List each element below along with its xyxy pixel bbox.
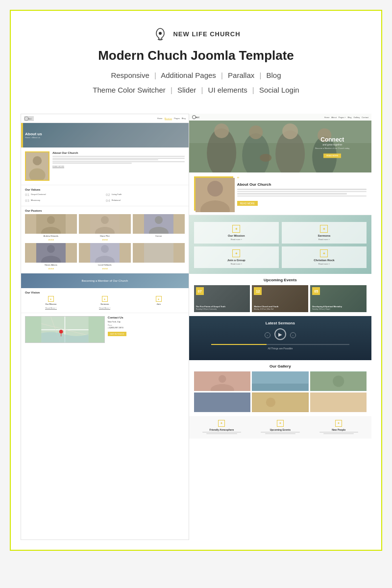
rc-service-read-2[interactable]: Read more » bbox=[285, 238, 364, 241]
rc-gallery-title: Our Gallery bbox=[194, 364, 367, 368]
rc-next-btn[interactable]: › bbox=[290, 332, 296, 338]
rc-event-date-badge-1: 07 bbox=[196, 287, 204, 295]
svg-rect-54 bbox=[310, 393, 367, 412]
lc-pastor-stars-1: ★★★ bbox=[48, 238, 54, 241]
rc-hero-title: Connect bbox=[315, 136, 349, 143]
rc-tl bbox=[237, 196, 367, 197]
rc-tl bbox=[237, 189, 367, 190]
rc-service-read-4[interactable]: Read more » bbox=[285, 263, 364, 265]
lc-contact-phone-val: +1(609) 907-5874 bbox=[108, 326, 185, 329]
rc-about-title: About Our Church bbox=[237, 182, 367, 187]
rc-btl-3 bbox=[261, 432, 299, 433]
rc-services-grid: ✦ Our Mission Read more » ✦ Sermons Read… bbox=[194, 222, 367, 268]
logo-text: NEW LIFE CHURCH bbox=[173, 30, 240, 39]
rc-nav-about[interactable]: About bbox=[331, 116, 336, 119]
lc-value-1: 01 Gospel-Centered bbox=[25, 193, 104, 197]
rc-service-icon-4: ✦ bbox=[320, 249, 328, 257]
lc-nav-home[interactable]: Home bbox=[157, 117, 163, 120]
rc-event-text-2: Modern Church and Youth Monday, 10:00 am… bbox=[254, 306, 306, 310]
lc-about-img bbox=[25, 151, 49, 181]
rc-nav-pages[interactable]: Pages » bbox=[339, 116, 346, 119]
main-container: NEW LIFE CHURCH Modern Chuch Joomla Temp… bbox=[10, 10, 382, 551]
lc-pastor-name-2: Diane Pilot bbox=[100, 235, 109, 237]
rc-event-text-1: The Five Points of Gospel Truth Thursday… bbox=[196, 306, 248, 310]
lc-cta-banner: Becoming a Member of Our Church bbox=[21, 273, 189, 288]
rc-hero-body: Become a Member of our Church today bbox=[315, 147, 349, 150]
svg-point-33 bbox=[249, 125, 263, 139]
lc-value-3: 03 Missionary bbox=[25, 199, 104, 203]
lc-nav-pages[interactable]: Pages bbox=[174, 117, 179, 120]
lc-value-num-4: 04 bbox=[106, 199, 110, 203]
lc-contact-section: Contact Us New York, City Phone: +1(609)… bbox=[21, 313, 189, 346]
lc-vision-mission: ✦ Our Mission Read More » bbox=[25, 296, 77, 310]
rc-navbar-links: Home About Pages » Blog Gallery Contact bbox=[324, 116, 368, 119]
lc-vision-icon-3: ✦ bbox=[156, 296, 162, 302]
lc-nav-about[interactable]: About us bbox=[165, 117, 172, 120]
rc-nav-home[interactable]: Home bbox=[324, 116, 330, 119]
rc-prev-btn[interactable]: ‹ bbox=[265, 332, 270, 338]
lc-vision-section: Our Vision ✦ Our Mission Read More » ✦ S… bbox=[21, 288, 189, 313]
lc-value-num-3: 03 bbox=[25, 199, 29, 203]
lc-pastor-6 bbox=[133, 243, 185, 270]
rc-nav-gallery[interactable]: Gallery bbox=[354, 116, 360, 119]
rc-gallery-img-4[interactable] bbox=[194, 392, 250, 412]
feature-blog: Blog bbox=[267, 71, 281, 79]
lc-pastor-img-3 bbox=[133, 214, 185, 234]
lc-pastor-img-5 bbox=[79, 243, 131, 263]
lc-contact-phone-field: Phone: +1(609) 907-5874 bbox=[108, 324, 185, 329]
svg-rect-52 bbox=[252, 393, 308, 412]
lc-pastor-name-5: Lionel Hollands bbox=[98, 264, 111, 266]
lc-value-text-3: Missionary bbox=[31, 199, 40, 201]
sep6: | bbox=[252, 86, 254, 94]
rc-sermon-progress[interactable] bbox=[211, 344, 349, 345]
lc-pastor-2: Diane Pilot ★★★ bbox=[79, 214, 131, 241]
svg-point-19 bbox=[101, 245, 109, 253]
sep1: | bbox=[154, 71, 156, 79]
rc-service-mission: ✦ Our Mission Read more » bbox=[194, 222, 279, 244]
rc-service-read-3[interactable]: Read more » bbox=[197, 263, 276, 265]
lc-vision-read-2[interactable]: Read More » bbox=[99, 307, 110, 310]
rc-bottom-icon-1: ✦ bbox=[218, 420, 225, 427]
lc-contact-address-val: New York, City bbox=[108, 320, 185, 323]
lc-about-content: About Our Church READ MORE bbox=[52, 151, 185, 181]
lc-navbar: NLC Home About us Pages Blog bbox=[21, 114, 189, 123]
lc-line bbox=[52, 159, 158, 160]
rc-event-3[interactable]: 05 Developing A Spiritual Mentality Satu… bbox=[310, 285, 367, 312]
rc-event-1[interactable]: 07 The Five Points of Gospel Truth Thurs… bbox=[194, 285, 250, 312]
rc-gallery-img-1[interactable] bbox=[194, 371, 250, 391]
lc-vision-read-1[interactable]: Read More » bbox=[45, 307, 56, 310]
rc-bottom-item-1: ✦ Friendly Atmosphere bbox=[194, 420, 249, 435]
rc-gallery-img-5[interactable] bbox=[252, 392, 308, 412]
rc-nav-contact[interactable]: Contact bbox=[362, 116, 368, 119]
lc-read-more[interactable]: READ MORE bbox=[52, 165, 64, 168]
lc-value-4: 04 Relational bbox=[106, 199, 185, 203]
rc-gallery-img-2[interactable] bbox=[252, 371, 308, 391]
lc-contact-btn[interactable]: GET IN TOUCH bbox=[108, 332, 126, 336]
rc-event-2[interactable]: 12 Modern Church and Youth Monday, 10:00… bbox=[252, 285, 308, 312]
svg-point-35 bbox=[282, 123, 298, 139]
lc-about-title: About Our Church bbox=[52, 151, 185, 154]
lc-breadcrumb: Home > About us bbox=[25, 136, 42, 139]
lc-nav-blog[interactable]: Blog bbox=[182, 117, 186, 120]
rc-nav-blog[interactable]: Blog bbox=[348, 116, 352, 119]
lc-about-section: About Our Church READ MORE bbox=[21, 147, 189, 185]
svg-point-45 bbox=[219, 375, 226, 382]
lc-vision-icon-2: ✦ bbox=[102, 296, 108, 302]
rc-sermon-name: All Things are Possible bbox=[268, 347, 293, 350]
lc-accent-bar bbox=[21, 123, 23, 147]
lc-hero-text: About us Home > About us bbox=[25, 132, 42, 139]
rc-gallery-img-6[interactable] bbox=[310, 392, 367, 412]
svg-text:NLC: NLC bbox=[196, 116, 199, 119]
lc-line bbox=[52, 161, 185, 162]
rc-service-title-2: Sermons bbox=[285, 234, 364, 237]
svg-point-7 bbox=[47, 216, 55, 224]
rc-hero-btn[interactable]: READ MORE bbox=[323, 154, 341, 158]
rc-sermons-section: Latest Sermons ‹ ▶ › All Things are Poss… bbox=[189, 316, 371, 360]
rc-gallery-img-3[interactable] bbox=[310, 371, 367, 391]
rc-bottom-grid: ✦ Friendly Atmosphere ✦ Upcoming Events … bbox=[194, 420, 367, 435]
rc-service-title-3: Join a Group bbox=[197, 259, 276, 262]
lc-pastor-stars-5: ★★★ bbox=[102, 267, 108, 270]
rc-play-btn[interactable]: ▶ bbox=[274, 328, 286, 340]
rc-service-read-1[interactable]: Read more » bbox=[197, 238, 276, 241]
rc-read-more-btn[interactable]: READ MORE bbox=[237, 201, 258, 206]
